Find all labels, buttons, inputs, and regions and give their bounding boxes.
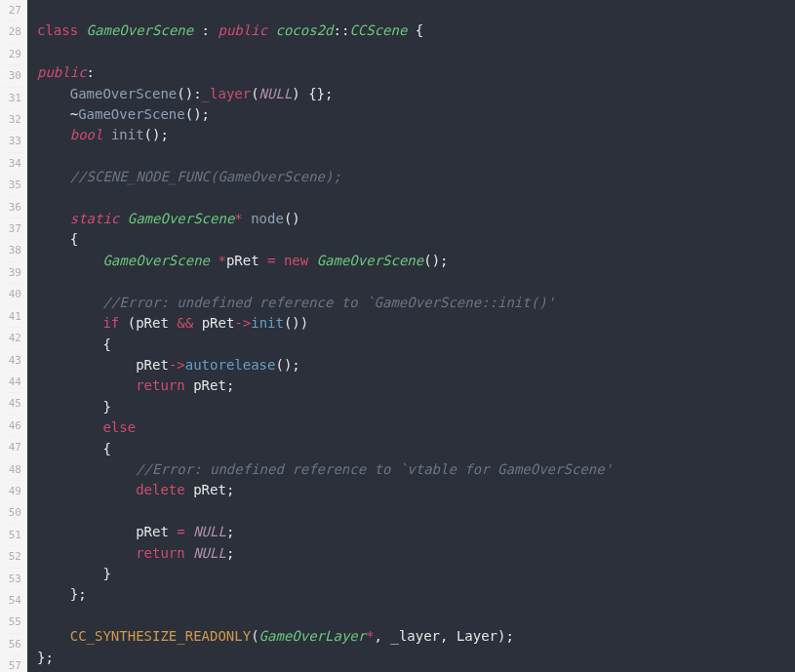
token-punct: { <box>102 336 110 352</box>
code-line[interactable]: GameOverScene *pRet = new GameOverScene(… <box>37 251 785 271</box>
token-punct: (); <box>185 106 210 122</box>
token-func: GameOverScene <box>78 106 185 122</box>
line-number: 53 <box>4 569 21 590</box>
token-var: pRet <box>136 315 169 331</box>
token-func: node <box>251 211 284 226</box>
code-line[interactable] <box>37 146 785 167</box>
token-punct: ); <box>497 628 514 644</box>
code-line[interactable] <box>37 501 785 522</box>
code-line[interactable]: public: <box>37 62 785 83</box>
code-area[interactable]: class GameOverScene : public cocos2d::CC… <box>27 0 795 672</box>
code-line[interactable]: if (pRet && pRet->init()) <box>37 313 785 334</box>
token-punct: (); <box>275 357 299 373</box>
token-op: * <box>218 253 225 268</box>
code-line[interactable] <box>37 0 785 20</box>
token-punct: ; <box>226 524 234 539</box>
code-line[interactable] <box>37 271 785 292</box>
code-line[interactable] <box>37 188 785 209</box>
token-var: pRet <box>136 357 169 373</box>
code-line[interactable]: return pRet; <box>37 376 785 396</box>
line-number: 48 <box>4 459 21 481</box>
line-number: 47 <box>4 437 21 458</box>
token-punct: ) {}; <box>292 86 333 101</box>
token-punct: ( <box>251 86 258 101</box>
token-punct: :: <box>334 22 350 38</box>
code-line[interactable]: else <box>37 417 785 438</box>
code-line[interactable]: pRet->autorelease(); <box>37 355 785 376</box>
code-line[interactable]: delete pRet; <box>37 480 785 500</box>
line-number: 36 <box>4 197 21 218</box>
token-var: pRet <box>202 315 235 331</box>
code-line[interactable]: } <box>37 397 785 417</box>
token-func: GameOverScene <box>70 86 178 101</box>
line-number: 43 <box>4 350 21 372</box>
token-var: pRet <box>136 524 169 539</box>
line-number: 28 <box>4 21 21 43</box>
line-number: 40 <box>4 284 21 305</box>
token-kw-public: public <box>218 22 267 38</box>
line-number: 35 <box>4 175 21 196</box>
token-punct: ; <box>226 482 234 497</box>
code-line[interactable]: }; <box>37 584 785 605</box>
token-punct: } <box>102 399 110 415</box>
code-line[interactable]: class GameOverScene : public cocos2d::CC… <box>37 20 785 41</box>
code-line[interactable]: return NULL; <box>37 543 785 564</box>
code-line[interactable]: { <box>37 229 785 250</box>
token-kw-new: new <box>284 253 308 268</box>
code-line[interactable] <box>37 42 785 62</box>
line-number: 39 <box>4 262 21 284</box>
line-number-gutter: 2728293031323334353637383940414243444546… <box>0 0 27 672</box>
code-line[interactable]: }; <box>37 648 785 668</box>
token-punct: } <box>102 566 110 581</box>
line-number: 56 <box>4 634 21 655</box>
code-line[interactable]: //Error: undefined reference to `vtable … <box>37 459 785 480</box>
token-op: * <box>234 211 242 226</box>
code-line[interactable]: GameOverScene():_layer(NULL) {}; <box>37 84 785 104</box>
token-punct: ; <box>226 377 234 393</box>
token-punct: : <box>87 64 95 80</box>
token-kw-public: public <box>37 64 87 80</box>
token-macro: CC_SYNTHESIZE_READONLY <box>70 628 251 644</box>
line-number: 30 <box>4 65 21 87</box>
code-line[interactable]: { <box>37 335 785 355</box>
token-type: GameOverScene <box>102 253 210 268</box>
line-number: 51 <box>4 525 21 546</box>
line-number: 38 <box>4 240 21 261</box>
token-var: pRet <box>193 482 226 497</box>
token-punct: (): <box>177 86 201 101</box>
token-comment: //SCENE_NODE_FUNC(GameOverScene); <box>70 169 341 184</box>
token-comment: //Error: undefined reference to `GameOve… <box>102 295 555 310</box>
token-punct: ()) <box>284 315 308 331</box>
token-type: GameOverScene <box>87 22 194 38</box>
line-number: 54 <box>4 590 21 612</box>
line-number: 34 <box>4 153 21 175</box>
code-line[interactable]: static GameOverScene* node() <box>37 209 785 229</box>
code-editor[interactable]: 2728293031323334353637383940414243444546… <box>0 0 795 672</box>
token-var: pRet <box>193 377 226 393</box>
line-number: 46 <box>4 415 21 437</box>
code-line[interactable]: } <box>37 564 785 584</box>
code-line[interactable]: bool init(); <box>37 125 785 145</box>
token-op: && <box>177 315 193 331</box>
token-null: NULL <box>193 524 226 539</box>
code-line[interactable]: //Error: undefined reference to `GameOve… <box>37 293 785 313</box>
code-line[interactable]: //SCENE_NODE_FUNC(GameOverScene); <box>37 167 785 187</box>
token-type: GameOverScene <box>128 211 235 226</box>
token-func: init <box>111 127 144 142</box>
token-kw-static: static <box>70 211 120 226</box>
token-punct: { <box>102 441 110 456</box>
code-line[interactable]: pRet = NULL; <box>37 522 785 542</box>
token-op: = <box>267 253 275 268</box>
token-kw-if: if <box>102 315 119 331</box>
token-punct: ( <box>128 315 136 331</box>
code-line[interactable]: ~GameOverScene(); <box>37 104 785 125</box>
token-type-ns: CCScene <box>349 22 407 38</box>
line-number: 42 <box>4 328 21 349</box>
token-comment: //Error: undefined reference to `vtable … <box>136 461 613 477</box>
code-line[interactable]: CC_SYNTHESIZE_READONLY(GameOverLayer*, _… <box>37 626 785 647</box>
token-punct: (); <box>423 253 448 268</box>
token-punct: }; <box>37 650 54 665</box>
code-line[interactable]: { <box>37 439 785 459</box>
token-funccall: autorelease <box>185 357 276 373</box>
code-line[interactable] <box>37 606 785 626</box>
